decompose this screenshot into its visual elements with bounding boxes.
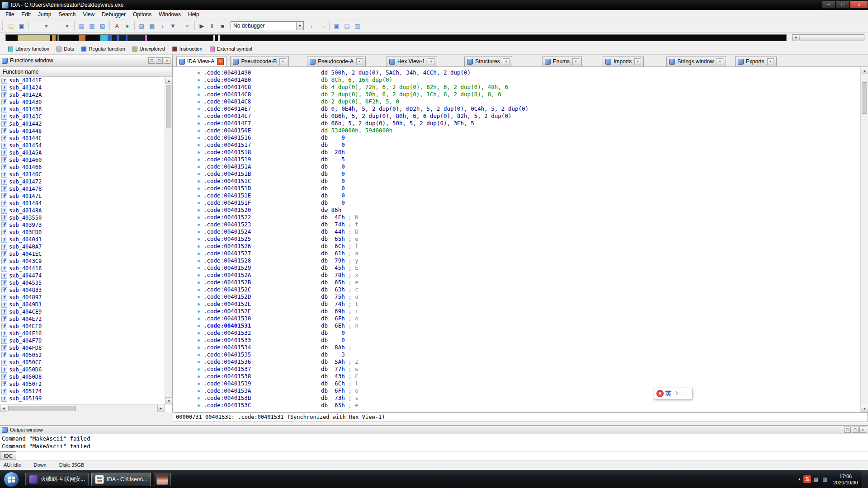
taskbar-button-ida[interactable]: IDA - C:\Users\... [91, 473, 151, 486]
function-list-item[interactable]: fsub_403973 [0, 221, 165, 229]
disasm-vscrollbar[interactable]: ▲ ▼ [860, 67, 868, 412]
function-list-item[interactable]: fsub_40146C [0, 171, 165, 178]
ime-status-popup[interactable]: S 英 ☽ ’, [654, 388, 693, 399]
tab-strings-window[interactable]: Strings window× [666, 56, 726, 66]
cancel-icon[interactable]: × [183, 21, 192, 31]
start-button[interactable] [4, 472, 19, 487]
function-list-item[interactable]: fsub_4049D1 [0, 301, 165, 308]
panel-restore-icon[interactable]: □ [148, 57, 155, 64]
function-list-item[interactable]: fsub_40143C [0, 113, 165, 120]
function-list-item[interactable]: fsub_401472 [0, 178, 165, 185]
disasm-line[interactable]: .code:00401534db 8Ah ; [176, 344, 860, 351]
tab-close-icon[interactable]: × [717, 58, 723, 65]
tab-close-icon[interactable]: × [428, 58, 434, 65]
function-list-item[interactable]: fsub_404F10 [0, 330, 165, 337]
function-list-item[interactable]: fsub_4050D8 [0, 373, 165, 380]
scroll-right-icon[interactable]: ▶ [157, 405, 165, 412]
menu-item-jump[interactable]: Jump [34, 10, 55, 19]
menu-item-windows[interactable]: Windows [155, 10, 184, 19]
disasm-vscroll-thumb[interactable] [862, 82, 867, 114]
maximize-button[interactable]: □ [836, 0, 849, 9]
menu-item-view[interactable]: View [79, 10, 98, 19]
disasm-line[interactable]: .code:0040153Cdb 65h ; e [176, 402, 860, 409]
nav-zoom-arrow-icon[interactable]: ▼ [793, 36, 800, 40]
network-tray-icon[interactable]: ▥ [823, 476, 827, 482]
function-list-item[interactable]: fsub_401454 [0, 142, 165, 149]
disasm-line[interactable]: .code:00401525db 65h ; e [176, 235, 860, 243]
disasm-line[interactable]: .code:00401527db 61h ; a [176, 250, 860, 257]
functions-window-caption[interactable]: Functions window □ □ × [0, 55, 173, 66]
disasm-line[interactable]: .code:0040152Bdb 65h ; e [176, 279, 860, 286]
function-list-item[interactable]: fsub_401460 [0, 156, 165, 164]
menu-item-options[interactable]: Options [129, 10, 155, 19]
segments-window-icon[interactable]: ▧ [98, 21, 107, 31]
function-list-item[interactable]: fsub_401484 [0, 200, 165, 207]
scroll-up-icon[interactable]: ▲ [165, 77, 173, 84]
breakpoint-list-icon[interactable]: ▥ [353, 21, 362, 31]
function-list-item[interactable]: fsub_403550 [0, 214, 165, 221]
function-list-item[interactable]: fsub_40144E [0, 135, 165, 142]
open-file-icon[interactable]: ▤ [6, 21, 16, 31]
close-button[interactable]: × [850, 0, 868, 9]
scroll-down-icon[interactable]: ▼ [861, 405, 868, 412]
function-list-item[interactable]: fsub_404897 [0, 294, 165, 301]
taskbar-clock[interactable]: 17:06 2020/10/30 [833, 473, 858, 486]
text-search-icon[interactable]: A [112, 21, 122, 31]
function-list-item[interactable]: fsub_404EF0 [0, 323, 165, 330]
function-list-item[interactable]: fsub_404F7D [0, 337, 165, 344]
function-list-item[interactable]: fsub_401442 [0, 120, 165, 127]
functions-column-header[interactable]: Function name [0, 67, 172, 77]
function-list-item[interactable]: fsub_404CE9 [0, 308, 165, 315]
panel-maximize-icon[interactable]: □ [156, 57, 163, 64]
disasm-line[interactable]: .code:0040152Fdb 69h ; i [176, 308, 860, 315]
menu-item-debugger[interactable]: Debugger [98, 10, 129, 19]
output-restore-icon[interactable]: □ [844, 427, 851, 433]
enums-icon[interactable]: ▩ [147, 21, 157, 31]
disasm-line[interactable]: .code:00401538db 43h ; C [176, 373, 860, 380]
pause-process-icon[interactable]: Ⅱ [208, 21, 217, 31]
functions-hscroll-thumb[interactable] [8, 406, 76, 411]
produce-output-icon[interactable]: ▼ [168, 21, 178, 31]
functions-vscrollbar[interactable]: ▲ ▼ [165, 77, 172, 404]
tab-close-icon[interactable]: × [503, 58, 509, 65]
tab-close-icon[interactable]: × [634, 58, 641, 65]
debugger-windows-icon[interactable]: ▣ [332, 21, 341, 31]
function-list-item[interactable]: fsub_404416 [0, 265, 165, 272]
disasm-line[interactable]: .code:004014C8db 2 dup(0), 0F2h, 5, 0 [176, 98, 860, 105]
menu-item-file[interactable]: File [2, 10, 18, 19]
disasm-line[interactable]: .code:0040150Edd 5340000h, 5940000h [176, 127, 860, 134]
forward-history-icon[interactable]: ▾ [62, 21, 72, 31]
output-maximize-icon[interactable]: □ [852, 427, 859, 433]
back-history-icon[interactable]: ▾ [42, 21, 51, 31]
function-list-item[interactable]: fsub_40148A [0, 207, 165, 214]
menu-item-help[interactable]: Help [184, 10, 203, 19]
disasm-line[interactable]: .code:004014E7db 0B6h, 5, 2 dup(0), 80h,… [176, 113, 860, 120]
disasm-line[interactable]: .code:00401531db 6Eh ; n [176, 322, 860, 329]
start-process-icon[interactable]: ▶ [197, 21, 207, 31]
ime-language-indicator[interactable]: 英 [665, 389, 671, 398]
function-list-item[interactable]: fsub_4040A7 [0, 243, 165, 250]
function-list-item[interactable]: fsub_4050F2 [0, 380, 165, 388]
disasm-line[interactable]: .code:004014E7db 0, 0E4h, 5, 2 dup(0), 0… [176, 105, 860, 113]
disasm-line[interactable]: .code:00401518db 20h [176, 149, 860, 156]
tab-close-icon[interactable]: × [279, 58, 286, 65]
function-list-item[interactable]: fsub_405052 [0, 352, 165, 359]
function-list-item[interactable]: fsub_401448 [0, 127, 165, 135]
function-list-item[interactable]: fsub_40142A [0, 91, 165, 99]
structures-icon[interactable]: ▨ [137, 21, 146, 31]
step-over-icon[interactable]: → [317, 21, 327, 31]
disasm-line[interactable]: .code:00401528db 79h ; y [176, 257, 860, 264]
disasm-line[interactable]: .code:004014B0db 8Ch, 6, 16h dup(0) [176, 76, 860, 84]
tab-pseudocode-b[interactable]: Pseudocode-B× [230, 56, 289, 66]
tab-close-icon[interactable]: × [572, 58, 579, 65]
disasm-line[interactable]: .code:00401530db 6Fh ; o [176, 315, 860, 322]
tab-enums[interactable]: Enums× [542, 56, 582, 66]
output-content[interactable]: Command "MakeAscii" failedCommand "MakeA… [0, 434, 868, 451]
output-close-icon[interactable]: × [859, 427, 866, 433]
output-window-titlebar[interactable]: Output window □ □ × [0, 426, 868, 434]
disasm-line[interactable]: .code:00401519db 5 [176, 156, 860, 163]
disasm-line[interactable]: .code:0040151Cdb 0 [176, 178, 860, 185]
disasm-line[interactable]: .code:0040151Edb 0 [176, 192, 860, 199]
module-list-icon[interactable]: ▤ [342, 21, 352, 31]
taskbar-button-huorong[interactable]: 火绒剑-互联网安... [25, 473, 89, 486]
